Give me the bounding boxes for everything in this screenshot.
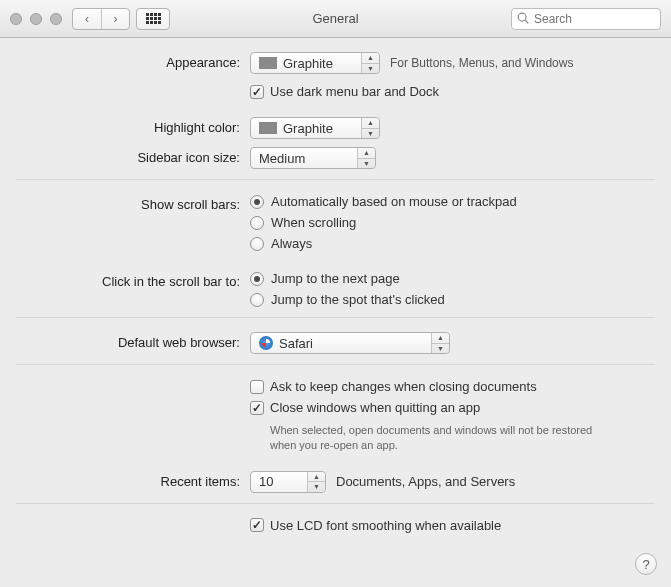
scrollbars-auto-label: Automatically based on mouse or trackpad xyxy=(271,194,517,209)
chevron-left-icon: ‹ xyxy=(85,12,89,26)
highlight-label: Highlight color: xyxy=(16,117,250,135)
dark-menu-checkbox[interactable] xyxy=(250,85,264,99)
stepper-icon: ▲▼ xyxy=(361,53,379,73)
close-windows-hint: When selected, open documents and window… xyxy=(270,423,600,453)
highlight-select[interactable]: Graphite ▲▼ xyxy=(250,117,380,139)
divider xyxy=(16,317,655,318)
sidebar-size-value: Medium xyxy=(259,151,305,166)
recent-items-select[interactable]: 10 ▲▼ xyxy=(250,471,326,493)
recent-items-value: 10 xyxy=(259,474,273,489)
close-windows-label: Close windows when quitting an app xyxy=(270,400,480,415)
clickscroll-label: Click in the scroll bar to: xyxy=(16,271,250,289)
ask-changes-checkbox[interactable] xyxy=(250,380,264,394)
divider xyxy=(16,503,655,504)
svg-line-1 xyxy=(525,20,528,23)
appearance-select[interactable]: Graphite ▲▼ xyxy=(250,52,380,74)
grid-icon xyxy=(146,13,161,24)
scrollbars-auto-radio[interactable] xyxy=(250,195,264,209)
scrollbars-scrolling-label: When scrolling xyxy=(271,215,356,230)
minimize-window[interactable] xyxy=(30,13,42,25)
appearance-hint: For Buttons, Menus, and Windows xyxy=(390,56,573,70)
recent-label: Recent items: xyxy=(16,471,250,489)
window-controls xyxy=(10,13,62,25)
chevron-right-icon: › xyxy=(114,12,118,26)
divider xyxy=(16,364,655,365)
graphite-swatch xyxy=(259,122,277,134)
scrollbars-scrolling-radio[interactable] xyxy=(250,216,264,230)
ask-changes-label: Ask to keep changes when closing documen… xyxy=(270,379,537,394)
svg-point-0 xyxy=(518,13,526,21)
search-field-wrap xyxy=(511,8,661,30)
safari-icon xyxy=(259,336,273,350)
sidebar-label: Sidebar icon size: xyxy=(16,147,250,165)
scrollbars-label: Show scroll bars: xyxy=(16,194,250,212)
sidebar-size-select[interactable]: Medium ▲▼ xyxy=(250,147,376,169)
stepper-icon: ▲▼ xyxy=(357,148,375,168)
appearance-label: Appearance: xyxy=(16,52,250,70)
close-window[interactable] xyxy=(10,13,22,25)
close-windows-checkbox[interactable] xyxy=(250,401,264,415)
browser-label: Default web browser: xyxy=(16,332,250,350)
clickscroll-spot-radio[interactable] xyxy=(250,293,264,307)
forward-button[interactable]: › xyxy=(101,9,129,29)
stepper-icon: ▲▼ xyxy=(361,118,379,138)
stepper-icon: ▲▼ xyxy=(307,472,325,492)
help-icon: ? xyxy=(642,557,649,572)
titlebar: ‹ › General xyxy=(0,0,671,38)
graphite-swatch xyxy=(259,57,277,69)
nav-segmented: ‹ › xyxy=(72,8,130,30)
search-icon xyxy=(516,11,530,25)
highlight-value: Graphite xyxy=(283,121,333,136)
back-button[interactable]: ‹ xyxy=(73,9,101,29)
appearance-value: Graphite xyxy=(283,56,333,71)
recent-suffix: Documents, Apps, and Servers xyxy=(336,474,515,489)
search-input[interactable] xyxy=(511,8,661,30)
show-all-button[interactable] xyxy=(136,8,170,30)
zoom-window[interactable] xyxy=(50,13,62,25)
browser-value: Safari xyxy=(279,336,313,351)
clickscroll-spot-label: Jump to the spot that's clicked xyxy=(271,292,445,307)
scrollbars-always-radio[interactable] xyxy=(250,237,264,251)
lcd-smoothing-checkbox[interactable] xyxy=(250,518,264,532)
lcd-smoothing-label: Use LCD font smoothing when available xyxy=(270,518,501,533)
browser-select[interactable]: Safari ▲▼ xyxy=(250,332,450,354)
dark-menu-label: Use dark menu bar and Dock xyxy=(270,84,439,99)
scrollbars-always-label: Always xyxy=(271,236,312,251)
help-button[interactable]: ? xyxy=(635,553,657,575)
preferences-content: Appearance: Graphite ▲▼ For Buttons, Men… xyxy=(0,38,671,551)
divider xyxy=(16,179,655,180)
clickscroll-page-radio[interactable] xyxy=(250,272,264,286)
stepper-icon: ▲▼ xyxy=(431,333,449,353)
clickscroll-page-label: Jump to the next page xyxy=(271,271,400,286)
